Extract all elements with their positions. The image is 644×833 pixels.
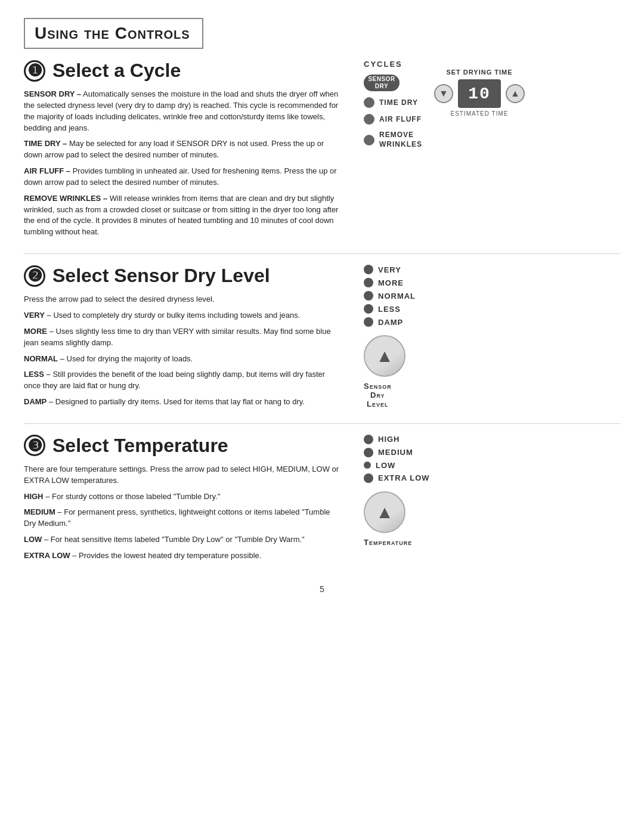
air-fluff-label: AIR FLUFF — [379, 115, 422, 123]
step3-low-text: – For heat sensitive items labeled "Tumb… — [44, 535, 305, 544]
up-arrow-icon: ▲ — [510, 88, 520, 99]
cycle-air-fluff[interactable]: AIR FLUFF — [364, 114, 422, 125]
page-number: 5 — [24, 584, 620, 594]
step3-number: ❸ — [24, 435, 45, 456]
step3-para-medium: MEDIUM – For permanent press, synthetics… — [24, 507, 340, 529]
step3-left: ❸ Select Temperature There are four temp… — [24, 435, 358, 566]
temperature-label: Temperature — [364, 538, 412, 547]
damp-dot — [364, 317, 373, 327]
step1-left: ❶ Select a Cycle SENSOR DRY – Automatica… — [24, 60, 358, 243]
step3-extralow-text: – Provides the lowest heated dry tempera… — [72, 551, 261, 560]
step2-more-text: – Uses slightly less time to dry than VE… — [24, 327, 331, 347]
step1-timedry-text: May be selected for any load if SENSOR D… — [24, 139, 324, 159]
step2-damp-text: – Designed to partially dry items. Used … — [49, 397, 305, 406]
step3-high-bold: HIGH — [24, 492, 44, 501]
step3-extralow-bold: EXTRA LOW — [24, 551, 70, 560]
step2-para-less: LESS – Still provides the benefit of the… — [24, 369, 340, 392]
cycle-remove-wrinkles[interactable]: REMOVEWRINKLES — [364, 131, 422, 149]
divider-1 — [24, 253, 620, 254]
step2-section: ❷ Select Sensor Dry Level Press the arro… — [24, 265, 620, 413]
sensor-dry-level-button[interactable]: ▲ — [364, 335, 405, 377]
level-normal: NORMAL — [364, 291, 416, 301]
step2-more-bold: MORE — [24, 327, 47, 336]
level-less: LESS — [364, 304, 416, 314]
step3-content: There are four temperature settings. Pre… — [24, 464, 340, 562]
step2-left: ❷ Select Sensor Dry Level Press the arro… — [24, 265, 358, 413]
high-dot — [364, 435, 373, 444]
step1-timedry-bold: TIME DRY – — [24, 139, 67, 148]
step2-para-more: MORE – Uses slightly less time to dry th… — [24, 326, 340, 349]
step1-subtitle: Select a Cycle — [52, 60, 181, 82]
temperature-button[interactable]: ▲ — [364, 491, 405, 533]
less-dot — [364, 304, 373, 314]
less-label: LESS — [378, 305, 401, 314]
temp-extralow: EXTRA LOW — [364, 473, 430, 483]
low-dot — [364, 462, 371, 469]
time-dry-label: TIME DRY — [379, 98, 418, 107]
step1-section: ❶ Select a Cycle SENSOR DRY – Automatica… — [24, 60, 620, 243]
remove-wrinkles-dot — [364, 135, 374, 145]
sensor-dry-label: SENSORDRY — [368, 76, 395, 90]
step2-intro: Press the arrow pad to select the desire… — [24, 294, 340, 305]
cycle-time-dry[interactable]: TIME DRY — [364, 97, 422, 108]
down-arrow-icon: ▼ — [439, 88, 448, 99]
time-display-row: ▼ 10 ▲ — [434, 79, 525, 108]
time-display: 10 — [458, 79, 501, 108]
step1-title: ❶ Select a Cycle — [24, 60, 340, 82]
step2-content: Press the arrow pad to select the desire… — [24, 294, 340, 408]
very-dot — [364, 265, 373, 274]
temp-low: LOW — [364, 461, 430, 470]
cycles-label: CYCLES — [364, 60, 402, 69]
step3-para-high: HIGH – For sturdy cottons or those label… — [24, 491, 340, 503]
sensor-dry-level-line2: Dry — [370, 391, 385, 400]
step1-content: SENSOR DRY – Automatically senses the mo… — [24, 89, 340, 238]
step3-section: ❸ Select Temperature There are four temp… — [24, 435, 620, 566]
time-up-button[interactable]: ▲ — [506, 84, 525, 103]
step2-very-bold: VERY — [24, 311, 45, 320]
sensor-dry-level-line3: Level — [367, 400, 388, 408]
temp-medium: MEDIUM — [364, 448, 430, 457]
more-dot — [364, 278, 373, 287]
step1-sensor-bold: SENSOR DRY – — [24, 89, 81, 98]
remove-wrinkles-label: REMOVEWRINKLES — [379, 131, 422, 149]
medium-dot — [364, 448, 373, 457]
sensor-dry-level-line1: Sensor — [364, 382, 392, 391]
cycles-row: SENSORDRY TIME DRY AIR FLUFF REMOVEWRINK… — [364, 75, 525, 155]
step1-removewrinkles-bold: REMOVE WRINKLES – — [24, 194, 107, 203]
step1-para-airfluff: AIR FLUFF – Provides tumbling in unheate… — [24, 166, 340, 188]
time-down-button[interactable]: ▼ — [434, 84, 453, 103]
step3-subtitle: Select Temperature — [52, 435, 228, 457]
cycle-sensor-dry[interactable]: SENSORDRY — [364, 75, 422, 91]
sensor-dry-button[interactable]: SENSORDRY — [364, 75, 400, 91]
step2-normal-bold: NORMAL — [24, 354, 58, 363]
step2-number: ❷ — [24, 265, 45, 287]
temp-list: HIGH MEDIUM LOW EXTRA LOW — [364, 435, 430, 483]
medium-temp-label: MEDIUM — [378, 448, 413, 457]
step1-para-removewrinkles: REMOVE WRINKLES – Will release wrinkles … — [24, 193, 340, 238]
page-title: Using the Controls — [35, 24, 190, 43]
more-label: MORE — [378, 278, 404, 287]
set-drying-label: SET DRYING TIME — [446, 69, 512, 76]
step2-damp-bold: DAMP — [24, 397, 47, 406]
divider-2 — [24, 423, 620, 424]
air-fluff-dot — [364, 114, 374, 125]
step2-very-text: – Used to completely dry sturdy or bulky… — [47, 311, 301, 320]
set-drying-time-area: SET DRYING TIME ▼ 10 ▲ ESTIMATED TIME — [434, 69, 525, 117]
step1-airfluff-text: Provides tumbling in unheated air. Used … — [24, 166, 337, 187]
cycles-col: SENSORDRY TIME DRY AIR FLUFF REMOVEWRINK… — [364, 75, 422, 155]
high-temp-label: HIGH — [378, 435, 400, 444]
step1-para-sensor: SENSOR DRY – Automatically senses the mo… — [24, 89, 340, 134]
step3-medium-text: – For permanent press, synthetics, light… — [24, 507, 330, 528]
step2-para-very: VERY – Used to completely dry sturdy or … — [24, 310, 340, 321]
level-very: VERY — [364, 265, 416, 274]
step1-right: CYCLES SENSORDRY TIME DRY AIR FLUFF — [358, 60, 620, 243]
extralow-dot — [364, 473, 373, 483]
step3-para-low: LOW – For heat sensitive items labeled "… — [24, 534, 340, 546]
step3-intro: There are four temperature settings. Pre… — [24, 464, 340, 487]
step2-right: VERY MORE NORMAL LESS DAMP ▲ Sensor — [358, 265, 620, 413]
step3-title: ❸ Select Temperature — [24, 435, 340, 457]
step3-high-text: – For sturdy cottons or those labeled "T… — [45, 492, 220, 501]
step3-medium-bold: MEDIUM — [24, 507, 55, 516]
step3-para-extralow: EXTRA LOW – Provides the lowest heated d… — [24, 550, 340, 562]
step3-low-bold: LOW — [24, 535, 42, 544]
